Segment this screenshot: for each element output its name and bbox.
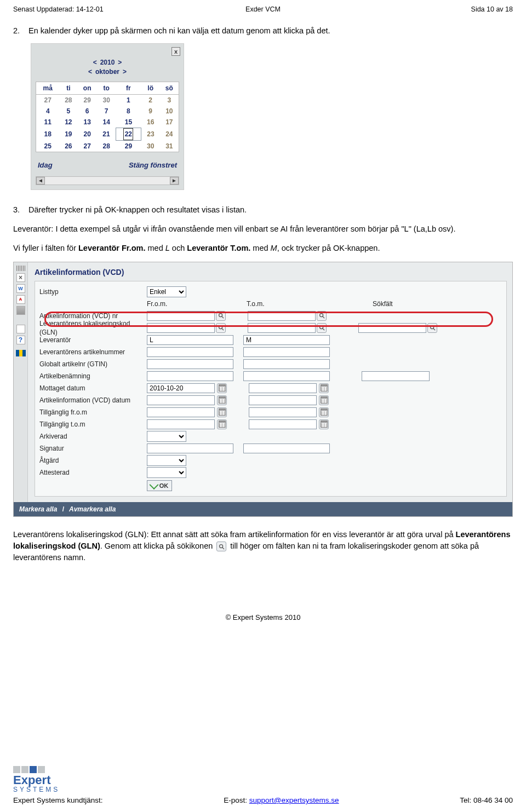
calendar-year-prev-button[interactable]: < [93,58,97,67]
input-gtin-from[interactable] [147,359,233,369]
calendar-day[interactable]: 17 [160,117,179,128]
calendar-day[interactable]: 24 [160,128,179,140]
calendar-day[interactable]: 8 [116,106,141,117]
input-benamning-sok[interactable] [362,371,430,381]
calendar-month-prev-button[interactable]: < [88,67,92,77]
deselect-all-link[interactable]: Avmarkera alla [69,505,116,513]
input-lev-artnr-tom[interactable] [243,347,330,357]
input-tillg-from-from[interactable] [147,407,215,417]
calendar-day[interactable]: 26 [59,140,77,152]
export-pdf-icon[interactable]: A [16,295,25,304]
search-icon[interactable] [216,323,226,333]
help-icon[interactable]: ? [16,336,25,344]
search-icon[interactable] [317,311,327,321]
date-picker-icon[interactable] [319,419,329,429]
date-picker-icon[interactable] [319,407,329,417]
calendar-day[interactable]: 4 [36,106,59,117]
input-gtin-tom[interactable] [243,359,330,369]
input-lev-gln-from[interactable] [147,323,215,333]
calendar-month-next-button[interactable]: > [123,67,127,77]
search-icon[interactable] [427,323,437,333]
input-benamning-tom[interactable] [243,371,330,381]
calendar-year-next-button[interactable]: > [118,58,122,67]
calendar-day[interactable]: 13 [77,117,97,128]
search-icon[interactable] [216,311,226,321]
calendar-day[interactable]: 20 [77,128,97,140]
date-picker-icon[interactable] [319,395,329,405]
input-signatur-from[interactable] [147,444,233,453]
swedish-flag-icon[interactable] [16,350,26,356]
calendar-day[interactable]: 16 [141,117,160,128]
input-ai-nr-tom[interactable] [248,311,316,321]
export-word-icon[interactable]: W [16,284,25,293]
calendar-day[interactable]: 27 [77,140,97,152]
calendar-day[interactable]: 19 [59,128,77,140]
input-leverantor-from[interactable] [147,335,233,345]
calendar-day[interactable]: 6 [77,106,97,117]
calendar-day[interactable]: 29 [77,94,97,106]
select-atgard[interactable] [147,455,186,466]
calendar-day[interactable]: 7 [97,106,116,117]
select-listtyp[interactable]: Enkel [147,286,186,297]
date-picker-icon[interactable] [319,383,329,393]
search-icon[interactable] [317,323,327,333]
calendar-day[interactable]: 1 [116,94,141,106]
date-picker-icon[interactable] [217,395,227,405]
calendar-close-button[interactable]: x [171,47,180,56]
calendar-close-window-button[interactable]: Stäng fönstret [129,161,177,170]
scroll-right-button[interactable]: ► [170,177,179,185]
calendar-day[interactable]: 3 [160,94,179,106]
close-icon[interactable]: × [16,273,25,282]
calendar-day[interactable]: 27 [36,94,59,106]
select-arkiverad[interactable] [147,431,186,442]
calendar-day[interactable]: 2 [141,94,160,106]
calendar-day[interactable]: 15 [116,117,141,128]
calendar-day[interactable]: 18 [36,128,59,140]
calendar-scrollbar[interactable]: ◄ ► [36,176,179,185]
input-lev-gln-sok[interactable] [358,323,426,333]
ok-button[interactable]: OK [147,480,172,491]
input-benamning-from[interactable] [147,371,233,381]
calendar-today-button[interactable]: Idag [38,161,53,170]
user-icon[interactable] [16,325,25,333]
calendar-day-selected[interactable]: 22 [116,128,141,140]
calendar-day[interactable]: 10 [160,106,179,117]
input-ai-datum-tom[interactable] [249,395,317,405]
select-all-link[interactable]: Markera alla [19,505,57,513]
input-lev-gln-tom[interactable] [248,323,316,333]
calendar-day[interactable]: 23 [141,128,160,140]
input-mottaget-from[interactable] [147,383,215,393]
calendar-day[interactable]: 28 [97,140,116,152]
calendar-day[interactable]: 5 [59,106,77,117]
calendar-day[interactable]: 21 [97,128,116,140]
calendar-day[interactable]: 14 [97,117,116,128]
calendar-day[interactable]: 9 [141,106,160,117]
calendar-day[interactable]: 25 [36,140,59,152]
calendar-day[interactable]: 12 [59,117,77,128]
calendar-day[interactable]: 28 [59,94,77,106]
calendar-day[interactable]: 30 [97,94,116,106]
calendar-day[interactable]: 30 [141,140,160,152]
calendar-day[interactable]: 31 [160,140,179,152]
vcd-search-form-screenshot: × W A ? Artikelinformation (VCD) Listtyp… [13,262,513,517]
input-tillg-from-tom[interactable] [249,407,317,417]
date-picker-icon[interactable] [217,419,227,429]
input-ai-datum-from[interactable] [147,395,215,405]
input-ai-nr-from[interactable] [147,311,215,321]
footer-email-link[interactable]: support@expertsystems.se [249,796,339,804]
input-tillg-tom-from[interactable] [147,419,215,429]
select-attesterad[interactable] [147,467,186,478]
scroll-left-button[interactable]: ◄ [36,177,45,185]
input-signatur-tom[interactable] [243,444,330,453]
date-picker-icon[interactable] [217,383,227,393]
calendar-day[interactable]: 29 [116,140,141,152]
drag-handle-icon[interactable] [16,266,25,271]
calendar-weekday: to [97,82,116,95]
calendar-day[interactable]: 11 [36,117,59,128]
print-icon[interactable] [16,306,25,315]
date-picker-icon[interactable] [217,407,227,417]
input-tillg-tom-tom[interactable] [249,419,317,429]
input-leverantor-tom[interactable] [243,335,330,345]
input-lev-artnr-from[interactable] [147,347,233,357]
input-mottaget-tom[interactable] [249,383,317,393]
